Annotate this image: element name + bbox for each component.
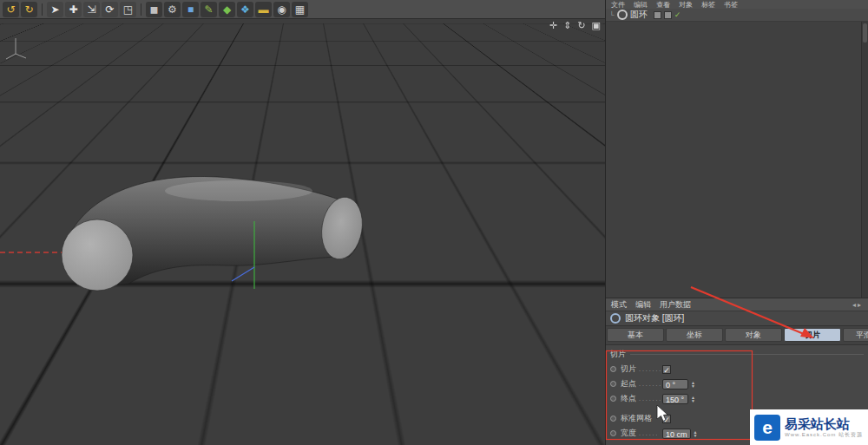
render-settings-icon[interactable]: ⚙ xyxy=(164,2,181,17)
leader-dots: . . . . . . xyxy=(639,430,657,436)
attr-menu-item[interactable]: 用户数据 xyxy=(660,299,691,311)
undo-icon[interactable]: ↺ xyxy=(3,2,19,17)
field-label: 标准网格 xyxy=(621,413,652,424)
object-manager-scrollbar[interactable] xyxy=(861,22,868,298)
spline-pen-icon[interactable]: ✎ xyxy=(201,2,217,17)
leader-dots: . . . . . . . xyxy=(639,366,661,372)
move-tool-icon[interactable]: ✚ xyxy=(65,2,82,17)
anim-dot-icon[interactable] xyxy=(610,430,616,436)
slice-checkbox[interactable]: ✓ xyxy=(662,365,671,374)
watermark-title: 易采站长站 xyxy=(785,416,863,431)
tab-对象[interactable]: 对象 xyxy=(725,328,782,342)
attr-tabs: 基本坐标对象切片平滑着色 xyxy=(606,325,868,345)
viewport-maximize-icon[interactable]: ▣ xyxy=(592,20,601,31)
select-tool-icon[interactable]: ➤ xyxy=(47,2,63,17)
stepper-icon[interactable]: ▲▼ xyxy=(691,381,695,388)
rotate-tool-icon[interactable]: ⟳ xyxy=(102,2,118,17)
deformer-icon[interactable]: ❖ xyxy=(237,2,253,17)
torus-object[interactable] xyxy=(0,19,605,445)
coordinate-system-icon[interactable]: ◳ xyxy=(120,2,136,17)
attribute-manager-menu: 模式编辑用户数据 ◂▸ xyxy=(606,298,868,311)
render-view-icon[interactable]: ◼ xyxy=(146,2,162,17)
layer-square-icon[interactable] xyxy=(654,11,661,19)
field-label: 切片 xyxy=(621,363,636,375)
display-mode-icon[interactable]: ▦ xyxy=(292,2,308,17)
object-manager-menu: 文件编辑查看对象标签书签 xyxy=(606,0,868,9)
object-row-torus[interactable]: └ 圆环 ✓ xyxy=(606,9,868,22)
tab-基本[interactable]: 基本 xyxy=(607,328,664,342)
object-name[interactable]: 圆环 xyxy=(630,9,648,21)
watermark: e 易采站长站 Www.Easck.Com 站长资源 xyxy=(750,409,868,445)
end-input[interactable]: 150 ° xyxy=(662,394,688,404)
camera-icon[interactable]: ◉ xyxy=(273,2,290,17)
field-label-zone: 宽度. . . . . . xyxy=(621,428,662,439)
anim-dot-icon[interactable] xyxy=(610,396,616,402)
torus-left-cap xyxy=(62,219,133,291)
leader-dots: . . . . . . . xyxy=(639,381,661,387)
section-label: 切片 xyxy=(610,349,626,360)
tab-平滑着色[interactable]: 平滑着色 xyxy=(843,328,868,342)
start-input[interactable]: 0 ° xyxy=(662,379,688,389)
stepper-icon[interactable]: ▲▼ xyxy=(694,430,698,437)
generator-icon[interactable]: ◆ xyxy=(219,2,235,17)
right-panel: 文件编辑查看对象标签书签 └ 圆环 ✓ 模式编辑用户数据 ◂▸ 圆环对象 [圆环… xyxy=(605,0,868,445)
field-label: 起点 xyxy=(621,378,636,389)
om-menu-item[interactable]: 文件 xyxy=(611,0,625,9)
regular_grid-checkbox[interactable]: ✓ xyxy=(662,415,671,423)
axis-gizmo-icon xyxy=(3,35,28,61)
field-label-zone: 标准网格 xyxy=(621,413,662,424)
viewport-3d[interactable]: ✛⇕↻▣ xyxy=(0,19,605,445)
attr-row-slice: 切片. . . . . . .✓ xyxy=(606,362,868,376)
viewport-pan-icon[interactable]: ✛ xyxy=(549,20,557,31)
field-label-zone: 起点. . . . . . . xyxy=(621,378,662,389)
tab-坐标[interactable]: 坐标 xyxy=(666,328,723,342)
attr-menu-item[interactable]: 模式 xyxy=(611,299,627,311)
stepper-icon[interactable]: ▲▼ xyxy=(691,396,695,402)
branch-icon: └ xyxy=(609,11,615,19)
enabled-check-icon[interactable]: ✓ xyxy=(674,11,681,19)
viewport-nav: ✛⇕↻▣ xyxy=(549,20,601,31)
attr-row-end: 终点. . . . . . .150 °▲▼ xyxy=(606,391,868,406)
torus-object-icon-small xyxy=(610,313,621,324)
field-label: 宽度 xyxy=(621,428,636,439)
attr-menu-item[interactable]: 编辑 xyxy=(635,299,651,311)
cinema4d-window: ↺↻➤✚⇲⟳◳◼⚙■✎◆❖▬◉▦ xyxy=(0,0,868,445)
attr-row-start: 起点. . . . . . .0 °▲▼ xyxy=(606,376,868,391)
watermark-logo-icon: e xyxy=(754,415,780,441)
z-axis-line xyxy=(232,267,254,281)
toolbar-divider xyxy=(141,3,141,16)
field-label-zone: 终点. . . . . . . xyxy=(621,393,662,404)
anim-dot-icon[interactable] xyxy=(610,381,616,387)
field-label-zone: 切片. . . . . . . xyxy=(621,363,662,375)
om-menu-item[interactable]: 书签 xyxy=(724,0,738,9)
primitive-cube-icon[interactable]: ■ xyxy=(182,2,199,17)
scale-tool-icon[interactable]: ⇲ xyxy=(83,2,100,17)
attribute-title: 圆环对象 [圆环] xyxy=(625,312,684,324)
viewport-rotate-icon[interactable]: ↻ xyxy=(577,20,585,31)
object-manager-empty-area[interactable] xyxy=(606,22,868,298)
om-menu-item[interactable]: 查看 xyxy=(656,0,670,9)
om-menu-item[interactable]: 标签 xyxy=(701,0,715,9)
anim-dot-icon[interactable] xyxy=(610,366,616,372)
redo-icon[interactable]: ↻ xyxy=(21,2,37,17)
om-menu-item[interactable]: 编辑 xyxy=(634,0,648,9)
width-input[interactable]: 10 cm xyxy=(662,429,691,439)
torus-object-icon xyxy=(617,10,628,20)
watermark-subtitle: Www.Easck.Com 站长资源 xyxy=(785,431,863,439)
environment-icon[interactable]: ▬ xyxy=(255,2,272,17)
anim-dot-icon[interactable] xyxy=(610,416,616,422)
slice-section-header: 切片 xyxy=(606,349,868,359)
field-label: 终点 xyxy=(621,393,636,404)
visibility-square-icon[interactable] xyxy=(664,11,672,19)
tab-切片[interactable]: 切片 xyxy=(784,328,841,342)
om-menu-item[interactable]: 对象 xyxy=(679,0,693,9)
object-state-icons: ✓ xyxy=(654,11,681,19)
top-toolbar: ↺↻➤✚⇲⟳◳◼⚙■✎◆❖▬◉▦ xyxy=(0,0,605,19)
toolbar-divider xyxy=(42,3,43,16)
leader-dots: . . . . . . . xyxy=(639,396,661,402)
attribute-title-row: 圆环对象 [圆环] xyxy=(606,311,868,325)
viewport-zoom-icon[interactable]: ⇕ xyxy=(563,20,571,31)
panel-nav-icons[interactable]: ◂▸ xyxy=(852,301,863,309)
